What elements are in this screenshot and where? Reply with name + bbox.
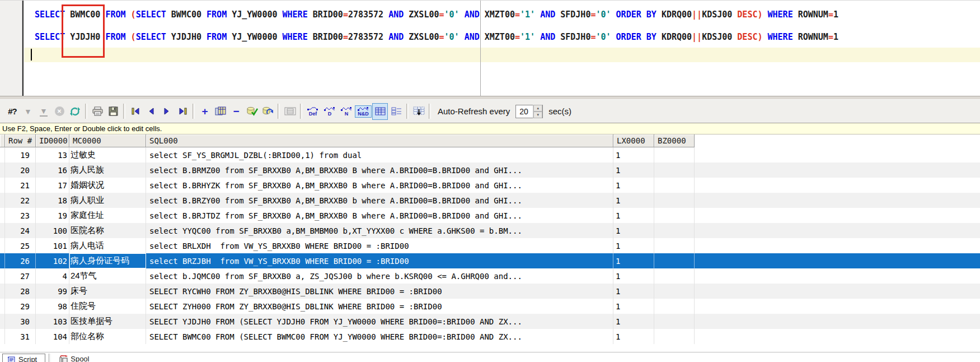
cell-bz[interactable] bbox=[654, 147, 695, 163]
cell-sql[interactable]: select BRLXDH from VW_YS_BRXXB0 WHERE BR… bbox=[146, 238, 613, 253]
table-row[interactable]: 2218病人职业select B.BRZY00 from SF_BRXXB0 A… bbox=[0, 193, 980, 208]
cell-sql[interactable]: select B.BRJTDZ from SF_BRXXB0 A,BM_BRXX… bbox=[146, 208, 613, 223]
table-row[interactable]: 2117婚姻状况select B.BRHYZK from SF_BRXXB0 A… bbox=[0, 178, 980, 193]
table-row[interactable]: 2016病人民族select B.BRMZ00 from SF_BRXXB0 A… bbox=[0, 163, 980, 178]
cell-marker[interactable] bbox=[0, 223, 5, 238]
print-button[interactable] bbox=[90, 104, 105, 119]
refresh-changes-button[interactable] bbox=[260, 104, 275, 119]
cell-sql[interactable]: select B.BRMZ00 from SF_BRXXB0 A,BM_BRXX… bbox=[146, 163, 613, 178]
view-date-button[interactable]: D bbox=[321, 105, 338, 118]
cell-marker[interactable] bbox=[0, 314, 5, 329]
cell-sql[interactable]: select B.BRZY00 from SF_BRXXB0 A,BM_BRXX… bbox=[146, 193, 613, 208]
cell-lx[interactable]: 1 bbox=[613, 208, 654, 223]
cell-lx[interactable]: 1 bbox=[613, 178, 654, 193]
table-row[interactable]: 26102病人身份证号码select BRZJBH from VW_YS_BRX… bbox=[0, 253, 980, 268]
cell-lx[interactable]: 1 bbox=[613, 299, 654, 314]
table-row[interactable]: 1913过敏史select SF_YS_BRGMJL_DZBL(:BRID00,… bbox=[0, 147, 980, 163]
cell-marker[interactable] bbox=[0, 208, 5, 223]
cell-sql[interactable]: select b.JQMC00 from SF_BRXXB0 a, ZS_JQS… bbox=[146, 268, 613, 284]
cell-bz[interactable] bbox=[654, 268, 695, 284]
cell-mc[interactable]: 病人身份证号码 bbox=[69, 253, 146, 268]
cell-marker[interactable] bbox=[0, 178, 5, 193]
cell-mc[interactable]: 床号 bbox=[69, 284, 146, 299]
cell-lx[interactable]: 1 bbox=[613, 147, 654, 163]
cell-lx[interactable]: 1 bbox=[613, 314, 654, 329]
table-row[interactable]: 2899床号SELECT RYCWH0 FROM ZY_BRXXB0@HIS_D… bbox=[0, 284, 980, 299]
table-row[interactable]: 27424节气select b.JQMC00 from SF_BRXXB0 a,… bbox=[0, 268, 980, 284]
cell-marker[interactable] bbox=[0, 253, 5, 268]
single-record-view-button[interactable] bbox=[389, 104, 404, 119]
cell-mc[interactable]: 家庭住址 bbox=[69, 208, 146, 223]
cell-num[interactable]: 28 bbox=[5, 284, 36, 299]
cell-id[interactable]: 16 bbox=[36, 163, 69, 178]
cell-marker[interactable] bbox=[0, 238, 5, 253]
cell-lx[interactable]: 1 bbox=[613, 163, 654, 178]
table-row[interactable]: 25101病人电话select BRLXDH from VW_YS_BRXXB0… bbox=[0, 238, 980, 253]
cell-id[interactable]: 19 bbox=[36, 208, 69, 223]
view-number-button[interactable]: N bbox=[338, 105, 355, 118]
post-changes-button[interactable] bbox=[245, 104, 259, 119]
cell-id[interactable]: 98 bbox=[36, 299, 69, 314]
cell-bz[interactable] bbox=[654, 314, 695, 329]
cell-sql[interactable]: SELECT ZYH000 FROM ZY_BRXXB0@HIS_DBLINK … bbox=[146, 299, 613, 314]
cell-marker[interactable] bbox=[0, 268, 5, 284]
last-record-button[interactable] bbox=[175, 104, 190, 119]
save-button[interactable] bbox=[106, 104, 120, 119]
cell-mc[interactable]: 住院号 bbox=[69, 299, 146, 314]
cell-mc[interactable]: 过敏史 bbox=[69, 147, 146, 163]
cell-bz[interactable] bbox=[654, 208, 695, 223]
tab-spool[interactable]: Spool bbox=[54, 354, 97, 362]
cell-id[interactable]: 101 bbox=[36, 238, 69, 253]
view-default-button[interactable]: Def bbox=[304, 105, 321, 118]
cell-sql[interactable]: select YYQC00 from SF_BRXXB0 a,BM_BMBM00… bbox=[146, 223, 613, 238]
cell-num[interactable]: 27 bbox=[5, 268, 36, 284]
refresh-interval-input[interactable]: 20 ▲ ▼ bbox=[515, 105, 543, 118]
cell-bz[interactable] bbox=[654, 253, 695, 268]
cell-mc[interactable]: 病人电话 bbox=[69, 238, 146, 253]
cell-marker[interactable] bbox=[0, 329, 5, 344]
prior-record-button[interactable] bbox=[144, 104, 158, 119]
cell-sql[interactable]: SELECT RYCWH0 FROM ZY_BRXXB0@HIS_DBLINK … bbox=[146, 284, 613, 299]
cell-bz[interactable] bbox=[654, 163, 695, 178]
fetch-last-page-button[interactable] bbox=[283, 104, 297, 119]
column-header-bz[interactable]: BZ0000 bbox=[654, 134, 695, 147]
column-header-mc[interactable]: MC0000 bbox=[69, 134, 146, 147]
cell-num[interactable]: 20 bbox=[5, 163, 36, 178]
cell-sql[interactable]: select B.BRHYZK from SF_BRXXB0 A,BM_BRXX… bbox=[146, 178, 613, 193]
cell-mc[interactable]: 病人职业 bbox=[69, 193, 146, 208]
view-number-date-button[interactable]: N&D bbox=[355, 105, 372, 118]
cell-bz[interactable] bbox=[654, 223, 695, 238]
cell-id[interactable]: 103 bbox=[36, 314, 69, 329]
duplicate-record-button[interactable] bbox=[213, 104, 228, 119]
cell-id[interactable]: 18 bbox=[36, 193, 69, 208]
cell-num[interactable]: 31 bbox=[5, 329, 36, 344]
insert-record-button[interactable]: + bbox=[198, 104, 212, 119]
cell-mc[interactable]: 婚姻状况 bbox=[69, 178, 146, 193]
cell-marker[interactable] bbox=[0, 193, 5, 208]
cell-bz[interactable] bbox=[654, 329, 695, 344]
cell-bz[interactable] bbox=[654, 238, 695, 253]
cell-sql[interactable]: select BRZJBH from VW_YS_BRXXB0 WHERE BR… bbox=[146, 253, 613, 268]
cell-sql[interactable]: SELECT YJDJH0 FROM (SELECT YJDJH0 FROM Y… bbox=[146, 314, 613, 329]
pane-splitter[interactable] bbox=[0, 96, 980, 100]
cell-num[interactable]: 30 bbox=[5, 314, 36, 329]
spin-up-icon[interactable]: ▲ bbox=[533, 105, 542, 112]
refresh-button[interactable] bbox=[68, 104, 82, 119]
stop-button[interactable]: ✕ bbox=[52, 104, 67, 119]
cell-num[interactable]: 26 bbox=[5, 253, 36, 268]
cell-num[interactable]: 24 bbox=[5, 223, 36, 238]
cell-marker[interactable] bbox=[0, 163, 5, 178]
cell-num[interactable]: 23 bbox=[5, 208, 36, 223]
cell-lx[interactable]: 1 bbox=[613, 284, 654, 299]
cell-lx[interactable]: 1 bbox=[613, 253, 654, 268]
spin-down-icon[interactable]: ▼ bbox=[533, 112, 542, 118]
delete-record-button[interactable]: − bbox=[229, 104, 243, 119]
table-row[interactable]: 30103医技单据号SELECT YJDJH0 FROM (SELECT YJD… bbox=[0, 314, 980, 329]
cell-lx[interactable]: 1 bbox=[613, 193, 654, 208]
cell-num[interactable]: 21 bbox=[5, 178, 36, 193]
cell-id[interactable]: 4 bbox=[36, 268, 69, 284]
cell-lx[interactable]: 1 bbox=[613, 268, 654, 284]
column-header-id[interactable]: ID0000 bbox=[36, 134, 69, 147]
next-record-button[interactable] bbox=[160, 104, 174, 119]
cell-bz[interactable] bbox=[654, 193, 695, 208]
